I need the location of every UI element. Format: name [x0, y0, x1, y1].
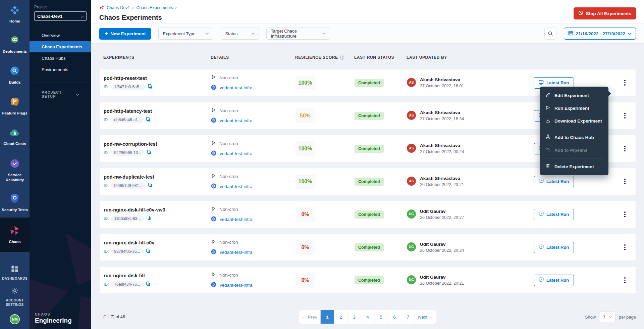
menu-edit-experiment[interactable]: Edit Experiment: [540, 89, 608, 102]
updated-by-name: Udit Gaurav: [420, 275, 464, 280]
status-badge: Completed: [355, 210, 384, 219]
experiment-row[interactable]: run-nginx-disk-fill-c0v-vw3 ID: 11bda88c…: [99, 201, 636, 228]
rail-item-dashboards[interactable]: DASHBOARDS: [0, 262, 30, 284]
row-menu-kebab-icon[interactable]: [621, 275, 629, 285]
rail-item-builds[interactable]: Builds: [0, 60, 30, 91]
rail-item-account-settings[interactable]: ACCOUNT SETTINGS: [0, 284, 30, 310]
menu-download-experiment[interactable]: Download Experiment: [540, 114, 608, 127]
latest-run-button[interactable]: Latest Run: [534, 242, 574, 253]
infrastructure-link[interactable]: vedant-test-infra: [220, 217, 253, 222]
latest-run-button[interactable]: Latest Run: [534, 209, 574, 220]
rail-item-feature-flags[interactable]: Feature Flags: [0, 91, 30, 122]
prev-page-button[interactable]: ← Prev: [299, 310, 320, 324]
page-button-4[interactable]: 4: [361, 310, 374, 324]
rail-item-chaos[interactable]: Chaos: [0, 218, 30, 252]
page-button-2[interactable]: 2: [334, 310, 347, 324]
rail-item-service-reliability[interactable]: Service Reliability: [0, 152, 30, 188]
sidebar-item-chaos-hubs[interactable]: Chaos Hubs: [30, 52, 91, 64]
row-menu-kebab-icon[interactable]: [621, 209, 629, 220]
builds-icon: [9, 65, 20, 78]
chevron-down-icon: [609, 316, 612, 318]
sidebar-item-chaos-experiments[interactable]: Chaos Experiments: [30, 41, 91, 52]
status-filter[interactable]: Status: [221, 28, 259, 40]
experiment-name[interactable]: run-nginx-disk-fill-c0v: [104, 240, 211, 245]
experiment-row[interactable]: run-nginx-disk-fill-c0v ID: 93784f05-35.…: [99, 234, 636, 261]
cron-type: Non-cron: [219, 240, 238, 245]
page-button-6[interactable]: 6: [388, 310, 401, 324]
row-menu-kebab-icon[interactable]: [621, 242, 629, 252]
chevron-down-icon: [628, 33, 632, 35]
next-page-button[interactable]: Next →: [415, 310, 437, 324]
latest-run-button[interactable]: Latest Run: [534, 176, 574, 187]
experiment-type-filter[interactable]: Experiment Type: [158, 28, 213, 40]
rail-item-deployments[interactable]: Deployments: [0, 29, 30, 60]
page-button-1[interactable]: 1: [321, 310, 334, 324]
kubernetes-icon: [211, 117, 216, 124]
new-experiment-button[interactable]: + New Experiment: [99, 28, 151, 40]
infrastructure-link[interactable]: vedant-test-infra: [220, 85, 253, 90]
copy-icon[interactable]: [146, 117, 151, 123]
copy-icon[interactable]: [148, 84, 153, 90]
play-outline-icon: [211, 140, 216, 146]
page-button-3[interactable]: 3: [347, 310, 361, 324]
menu-delete-experiment[interactable]: Delete Experiment: [540, 160, 608, 173]
status-badge: Completed: [355, 178, 384, 186]
user-avatar[interactable]: NM: [10, 314, 20, 324]
rail-item-profile[interactable]: NM: [0, 310, 30, 329]
page-button-7[interactable]: 7: [401, 310, 415, 324]
experiment-name[interactable]: pod-http-reset-test: [104, 76, 211, 81]
play-outline-icon: [211, 239, 216, 245]
updated-date: 26 October 2022, 23:21: [420, 182, 464, 187]
play-outline-icon: [211, 75, 216, 81]
experiment-name[interactable]: run-nginx-disk-fill-c0v-vw3: [104, 207, 211, 213]
copy-icon[interactable]: [147, 150, 152, 156]
col-resilience-score: RESILIENCE SCORE: [295, 55, 354, 60]
menu-add-to-pipeline[interactable]: Add to Pipeline: [540, 144, 608, 156]
page-button-5[interactable]: 5: [374, 310, 388, 324]
rail-item-cloud-costs[interactable]: $ Cloud Costs: [0, 122, 30, 152]
project-selector[interactable]: Chaos-Dev1 »: [34, 11, 87, 21]
sidebar-item-overview[interactable]: Overview: [30, 30, 91, 41]
trash-icon: [545, 163, 550, 170]
row-menu-kebab-icon[interactable]: [621, 78, 629, 88]
copy-icon[interactable]: [146, 216, 151, 222]
date-range-picker[interactable]: 21/10/2022 - 27/10/2022: [564, 28, 636, 40]
rail-item-security-tests[interactable]: Security Tests: [0, 188, 30, 218]
experiment-name[interactable]: pod-http-latency-test: [104, 108, 211, 114]
project-setup-section[interactable]: PROJECT SETUP: [42, 90, 79, 98]
row-menu-kebab-icon[interactable]: [621, 177, 629, 187]
page-size-select[interactable]: 7: [599, 312, 615, 322]
breadcrumb-project-link[interactable]: Chaos-Dev1: [107, 5, 130, 10]
row-menu-kebab-icon[interactable]: [621, 111, 629, 121]
experiment-name[interactable]: run-nginx-disk-fill: [104, 273, 211, 278]
experiment-name[interactable]: pod-nw-duplicate-test: [104, 174, 211, 180]
latest-run-button[interactable]: Latest Run: [534, 275, 574, 286]
info-icon[interactable]: [340, 55, 344, 60]
infrastructure-link[interactable]: vedant-test-infra: [220, 118, 253, 123]
copy-icon[interactable]: [146, 281, 151, 288]
footer-module-name: Engineering: [35, 317, 72, 324]
updated-by-name: Akash Shrivastava: [420, 143, 464, 148]
breadcrumb-page-link[interactable]: Chaos Experiments: [137, 5, 173, 10]
target-infrastructure-filter[interactable]: Target Chaos Infrastructure: [266, 28, 330, 40]
copy-icon[interactable]: [148, 183, 153, 189]
sidebar-item-environments[interactable]: Environments: [30, 64, 91, 75]
experiment-name[interactable]: pod-nw-corruption-test: [104, 141, 211, 147]
stop-all-experiments-button[interactable]: Stop All Experiments: [574, 7, 636, 19]
infrastructure-link[interactable]: vedant-test-infra: [220, 184, 253, 189]
status-badge: Completed: [355, 79, 384, 87]
search-button[interactable]: [544, 28, 556, 40]
resilience-score: 100%: [296, 174, 315, 189]
infrastructure-link[interactable]: vedant-test-infra: [220, 283, 253, 288]
copy-icon[interactable]: [146, 248, 151, 255]
menu-run-experiment[interactable]: Run Experiment: [540, 102, 608, 114]
menu-add-to-chaos-hub[interactable]: Add to Chaos Hub: [540, 131, 608, 144]
rail-item-home[interactable]: Home: [0, 0, 30, 29]
updated-by-name: Udit Gaurav: [420, 209, 464, 214]
infrastructure-link[interactable]: vedant-test-infra: [220, 250, 253, 255]
infrastructure-link[interactable]: vedant-test-infra: [220, 151, 253, 156]
avatar: AS: [407, 144, 416, 153]
row-menu-kebab-icon[interactable]: [621, 144, 629, 154]
page-header: Chaos-Dev1 > Chaos Experiments > Chaos E…: [91, 0, 644, 23]
experiment-row[interactable]: run-nginx-disk-fill ID: 76e8f434-76... N…: [99, 267, 636, 294]
